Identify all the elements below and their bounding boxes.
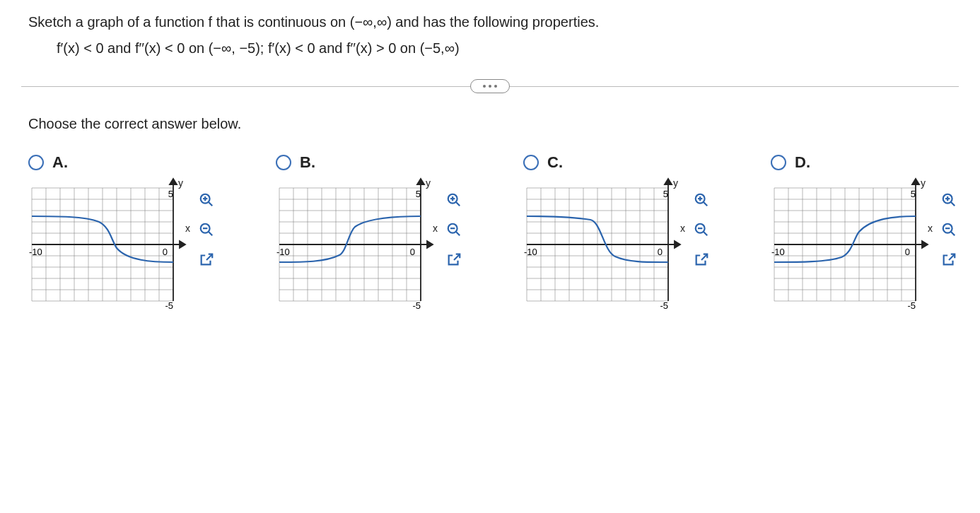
y-axis-label: y [426, 177, 431, 189]
y-axis-label: y [673, 177, 678, 189]
svg-text:5: 5 [663, 189, 668, 199]
svg-marker-63 [417, 179, 424, 184]
zoom-out-icon[interactable] [197, 220, 216, 240]
radio-a[interactable] [28, 155, 44, 170]
x-axis-label: x [433, 223, 438, 234]
svg-text:-10: -10 [29, 247, 42, 257]
graph-c: 5 -5 -10 0 y x [523, 177, 686, 319]
svg-text:5: 5 [911, 189, 916, 199]
popout-icon[interactable] [444, 249, 464, 269]
svg-text:0: 0 [658, 247, 663, 257]
zoom-in-icon[interactable] [692, 190, 711, 210]
popout-icon[interactable] [692, 249, 711, 269]
zoom-in-icon[interactable] [939, 190, 959, 210]
svg-line-149 [951, 232, 955, 236]
expand-pill[interactable] [470, 79, 510, 93]
svg-text:5: 5 [416, 189, 421, 199]
svg-marker-61 [427, 241, 433, 248]
svg-line-113 [701, 254, 707, 260]
x-axis-label: x [185, 223, 190, 234]
option-letter-d: D. [795, 153, 810, 172]
zoom-out-icon[interactable] [692, 220, 711, 240]
svg-marker-101 [665, 179, 672, 184]
zoom-out-icon[interactable] [444, 220, 464, 240]
option-d: D. 5 -5 -10 [771, 153, 980, 319]
svg-text:0: 0 [163, 247, 168, 257]
x-axis-label: x [928, 223, 933, 234]
question-line-2: f′(x) < 0 and f′′(x) < 0 on (−∞, −5); f′… [57, 40, 952, 57]
svg-marker-139 [912, 179, 919, 184]
graph-a: 5 -5 -10 0 y x [28, 177, 191, 319]
y-axis-label: y [178, 177, 183, 189]
svg-line-107 [704, 202, 708, 206]
svg-text:-5: -5 [165, 300, 173, 311]
zoom-out-icon[interactable] [939, 220, 959, 240]
zoom-in-icon[interactable] [197, 190, 216, 210]
options-row: A. 5 -5 -10 [28, 153, 952, 319]
svg-text:-5: -5 [907, 300, 916, 311]
svg-line-69 [456, 202, 460, 206]
svg-line-151 [949, 254, 955, 260]
svg-line-35 [209, 232, 213, 236]
svg-marker-99 [675, 241, 680, 248]
svg-text:-10: -10 [524, 247, 537, 257]
graph-d: 5 -5 -10 0 y x [771, 177, 933, 319]
svg-line-73 [456, 232, 460, 236]
svg-marker-25 [170, 179, 177, 184]
svg-text:-5: -5 [412, 300, 421, 311]
zoom-in-icon[interactable] [444, 190, 464, 210]
divider [28, 78, 952, 95]
svg-text:-10: -10 [771, 247, 785, 257]
x-axis-label: x [680, 223, 685, 234]
svg-marker-23 [180, 241, 185, 248]
question-line-1: Sketch a graph of a function f that is c… [28, 14, 952, 30]
svg-line-145 [951, 202, 955, 206]
option-letter-c: C. [547, 153, 563, 172]
option-b: B. 5 -5 -10 [276, 153, 495, 319]
svg-line-31 [209, 202, 213, 206]
svg-text:5: 5 [168, 189, 173, 199]
radio-b[interactable] [276, 155, 291, 170]
svg-text:-5: -5 [660, 300, 668, 311]
option-letter-a: A. [52, 153, 68, 172]
svg-text:0: 0 [905, 247, 910, 257]
popout-icon[interactable] [197, 249, 216, 269]
svg-line-111 [704, 232, 708, 236]
y-axis-label: y [921, 177, 926, 189]
graph-b: 5 -5 -10 0 y x [276, 177, 438, 319]
svg-line-37 [206, 254, 212, 260]
svg-text:0: 0 [410, 247, 415, 257]
option-c: C. 5 -5 -10 [523, 153, 742, 319]
choose-prompt: Choose the correct answer below. [28, 116, 952, 132]
popout-icon[interactable] [939, 249, 959, 269]
svg-marker-137 [922, 241, 928, 248]
radio-d[interactable] [771, 155, 786, 170]
svg-line-75 [454, 254, 460, 260]
option-letter-b: B. [300, 153, 315, 172]
option-a: A. 5 -5 -10 [28, 153, 247, 319]
radio-c[interactable] [523, 155, 539, 170]
svg-text:-10: -10 [276, 247, 290, 257]
